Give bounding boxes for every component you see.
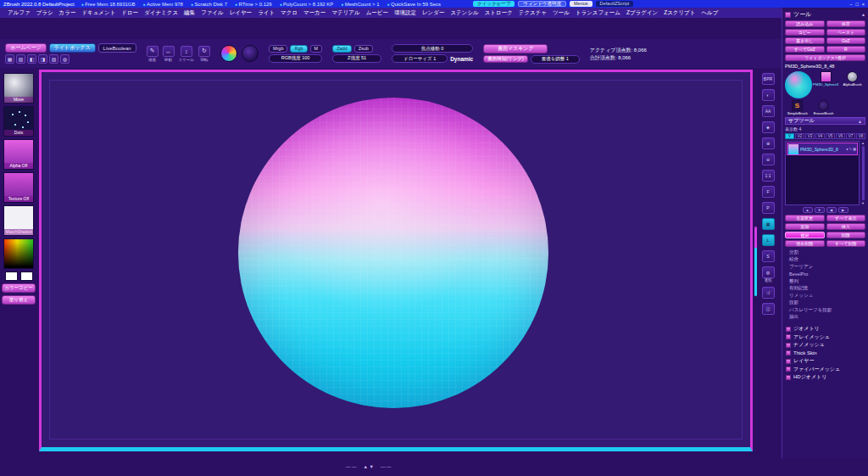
edit-mode-button[interactable]: ✎ 描画 <box>147 46 159 62</box>
right-shelf-button[interactable]: ゴ <box>762 287 775 299</box>
menu-item[interactable]: ドキュメント <box>79 9 118 17</box>
tool-action-button[interactable]: コピー <box>785 29 825 36</box>
subtool-action-button[interactable]: 名前変更 <box>785 215 825 221</box>
texture-selector[interactable]: Texture Off <box>3 172 34 203</box>
m-button[interactable]: M <box>310 45 323 53</box>
subsection-row[interactable]: 整列 <box>785 277 865 285</box>
brush-selector[interactable]: Move <box>3 73 34 104</box>
window-control-icon[interactable]: □ <box>855 2 858 7</box>
sphere-model[interactable] <box>238 98 548 408</box>
fill-object-button[interactable]: 塗り替え <box>2 295 36 305</box>
menu-item[interactable]: ブラシ <box>34 9 56 17</box>
right-shelf-button[interactable]: ◍ 透明 <box>762 266 775 283</box>
palette-row[interactable]: HDジオメトリ <box>785 373 865 382</box>
scroll-down-icon[interactable]: ▼ <box>861 201 865 205</box>
palette-row[interactable]: ファイバーメッシュ <box>785 366 865 374</box>
version-tab[interactable]: V7 <box>846 133 855 139</box>
lightbox-button[interactable]: ライトボックス <box>49 43 96 53</box>
right-shelf-button[interactable]: F <box>762 186 775 198</box>
subsection-row[interactable]: 投影 <box>785 300 865 307</box>
right-shelf-button[interactable]: ◈ <box>762 121 775 133</box>
window-control-icon[interactable]: – <box>849 2 852 7</box>
subtool-action-button[interactable]: すべて表示 <box>826 215 866 221</box>
version-tab[interactable]: V6 <box>836 133 845 139</box>
right-shelf-button[interactable]: L <box>762 234 775 246</box>
version-tab[interactable]: V2 <box>795 133 804 139</box>
version-tab[interactable]: V5 <box>826 133 835 139</box>
edit-mode-button[interactable]: ↕ スケール <box>179 46 194 62</box>
subtool-action-button[interactable]: 追加 <box>785 223 825 230</box>
right-shelf-button[interactable]: AA <box>762 105 775 117</box>
shelf-mini-icon[interactable]: ▦ <box>5 54 14 64</box>
menu-item[interactable]: ヘルプ <box>698 9 721 17</box>
version-tab[interactable]: V4 <box>815 133 825 139</box>
adjust-last-slider[interactable]: 最後を調整 1 <box>531 55 580 64</box>
mrgb-button[interactable]: Mrgb <box>269 45 288 53</box>
lightbox-select-button[interactable]: ライトボックス>選択 <box>785 54 865 61</box>
subtool-scrollbar[interactable]: ▲ ▼ <box>860 141 865 205</box>
edit-mode-button[interactable]: ↻ 回転 <box>198 46 210 62</box>
subtool-nav-button[interactable]: ▼ <box>815 207 825 213</box>
right-shelf-button[interactable]: ▦ <box>762 218 775 230</box>
subsection-row[interactable]: 結合 <box>785 256 865 264</box>
palette-row[interactable]: レイヤー <box>785 357 865 366</box>
subtool-action-button[interactable]: 複製 <box>785 232 825 238</box>
quick-pick-item[interactable]: PM3D_Sphere3 <box>814 71 838 87</box>
subsection-row[interactable]: リメッシュ <box>785 292 865 300</box>
menu-item[interactable]: トランスフォーム <box>573 9 623 17</box>
shelf-mini-icon[interactable]: ▨ <box>49 54 58 64</box>
subtool-action-button[interactable]: すべて削除 <box>826 240 866 247</box>
color-picker[interactable] <box>3 238 34 269</box>
menu-item[interactable]: ステンシル <box>448 9 481 17</box>
subtool-nav-button[interactable]: ▲ <box>803 207 813 213</box>
menu-item[interactable]: Zスクリプト <box>661 9 698 17</box>
quicksave-button[interactable]: クイックセーブ <box>473 1 515 7</box>
shelf-mini-icon[interactable]: ▧ <box>16 54 25 64</box>
z-intensity-slider[interactable]: Z強度 51 <box>332 54 381 63</box>
tool-action-button[interactable]: すべてGoZ <box>785 46 825 53</box>
tool-action-button[interactable]: 保存 <box>826 20 866 27</box>
menu-item[interactable]: 環境設定 <box>392 9 419 17</box>
version-tab[interactable]: V8 <box>856 133 865 139</box>
menu-item[interactable]: ライト <box>255 9 277 17</box>
menu-item[interactable]: マクロ <box>278 9 300 17</box>
canvas-scroll-arrows[interactable]: ▲ ▼ <box>364 464 374 469</box>
subtool-item-icons[interactable]: ● ✎ ▦ <box>846 147 856 151</box>
right-shelf-button[interactable]: ⊖ <box>762 154 775 165</box>
subsection-row[interactable]: 抽出 <box>785 314 865 322</box>
shelf-mini-icon[interactable]: ◧ <box>27 54 36 64</box>
right-shelf-button[interactable]: BPR <box>762 73 775 85</box>
current-brush-icon[interactable] <box>220 45 237 62</box>
alpha-selector[interactable]: Alpha Off <box>3 139 34 170</box>
menu-item[interactable]: ファイル <box>198 9 226 17</box>
right-shelf-button[interactable]: ◐ <box>762 89 775 101</box>
right-shelf-button[interactable]: ⊕ <box>762 137 775 149</box>
edit-mode-button[interactable]: ↔ 移動 <box>163 46 175 62</box>
material-selector[interactable]: MatchShaded <box>3 205 34 236</box>
window-control-icon[interactable]: × <box>862 2 865 7</box>
menu-item[interactable]: Zプラグイン <box>624 9 660 17</box>
menu-item[interactable]: アルファ <box>5 9 33 17</box>
menu-item[interactable]: カラー <box>57 9 79 17</box>
draw-size-slider[interactable]: ドローサイズ 1 <box>392 54 448 63</box>
subtool-action-button[interactable]: 削除 <box>826 232 866 238</box>
subtool-nav-button[interactable]: ▶ <box>838 207 849 213</box>
menu-item[interactable]: ダイナミクス <box>142 9 181 17</box>
menu-item[interactable]: ドロー <box>119 9 141 17</box>
stroke-selector[interactable]: Dots <box>3 106 34 137</box>
backface-mask-button[interactable]: 裏面マスキング <box>483 44 548 53</box>
current-stroke-icon[interactable] <box>242 45 259 62</box>
menu-item[interactable]: マテリアル <box>329 9 362 17</box>
tool-action-button[interactable]: 書き出し <box>785 37 825 44</box>
liveboolean-button[interactable]: LiveBoolean <box>98 43 136 53</box>
subsection-row[interactable]: バスレリーフを投影 <box>785 306 865 314</box>
right-shelf-button[interactable]: ◫ <box>762 303 775 315</box>
right-shelf-button[interactable]: 1:1 <box>762 170 775 182</box>
secondary-color-swatch[interactable] <box>20 272 33 281</box>
subtool-section-header[interactable]: サブツール ▲ <box>785 117 865 125</box>
menu-item[interactable]: ストローク <box>482 9 515 17</box>
right-shelf-button[interactable]: P <box>762 202 775 214</box>
copy-color-button[interactable]: カラーコピー <box>2 283 36 293</box>
version-tab[interactable]: V3 <box>805 133 815 139</box>
shelf-mini-icon[interactable]: ◨ <box>38 54 47 64</box>
